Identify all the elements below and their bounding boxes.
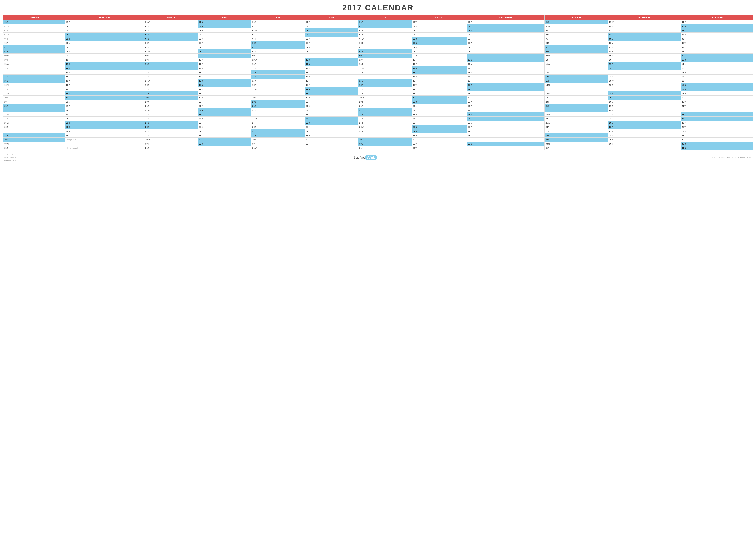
day-number: 28	[359, 134, 362, 137]
day-letter: W	[255, 89, 256, 90]
day-number: 22	[413, 109, 415, 112]
logo-text: Calen	[354, 155, 365, 160]
day-number: 16	[66, 84, 68, 86]
day-letter: S	[7, 51, 8, 53]
day-letter: T	[415, 139, 417, 141]
day-letter: S	[148, 34, 149, 36]
day-number: 05	[609, 38, 611, 40]
calendar-cell: 21 T	[608, 104, 681, 108]
calendar-cell: 21 T	[144, 104, 198, 108]
day-number: 03	[546, 29, 548, 32]
day-number: 14	[359, 76, 362, 78]
day-letter: T	[201, 63, 202, 65]
calendar-cell: 14 T	[144, 75, 198, 79]
calendar-cell: 28 S	[3, 134, 65, 138]
day-letter: T	[148, 55, 149, 57]
day-number: 26	[682, 126, 684, 128]
day-letter: T	[148, 84, 149, 86]
day-letter: T	[255, 34, 256, 36]
day-letter: F	[548, 42, 549, 44]
day-number: 15	[66, 80, 68, 82]
calendar-cell: 14 T	[681, 75, 753, 79]
day-letter: T	[684, 135, 686, 137]
day-number: 07	[199, 46, 201, 48]
day-number: 12	[546, 67, 548, 69]
calendar-cell: 01 T	[412, 20, 467, 24]
calendar-cell: 04 M	[467, 33, 545, 37]
day-number: 10	[413, 59, 415, 61]
day-letter: T	[68, 114, 70, 115]
day-letter: S	[684, 30, 686, 32]
day-letter: F	[470, 21, 472, 23]
day-number: 14	[4, 76, 7, 78]
calendar-cell: 25 W	[3, 121, 65, 125]
day-number: 06	[66, 42, 68, 44]
day-number: 23	[145, 114, 148, 116]
day-number: 10	[66, 59, 68, 61]
calendar-cell: 20 W	[467, 100, 545, 104]
day-letter: T	[470, 135, 472, 137]
day-number: 10	[145, 59, 148, 61]
calendar-row: 26 T26 S26 S26 W26 F26 M26 W26 S26 T26 T…	[3, 125, 753, 129]
day-number: 18	[199, 92, 201, 95]
day-letter: M	[684, 122, 686, 124]
day-letter: M	[255, 139, 256, 141]
day-letter: T	[611, 46, 613, 48]
day-letter: T	[7, 118, 8, 120]
day-letter: T	[308, 21, 310, 23]
calendar-cell: 18 M	[681, 91, 753, 96]
day-letter: S	[548, 109, 549, 111]
day-letter: M	[548, 25, 550, 27]
day-letter: S	[684, 25, 686, 27]
day-letter: T	[548, 147, 549, 149]
calendar-cell: 20 F	[3, 100, 65, 104]
day-letter: M	[684, 92, 686, 94]
calendar-cell: 09 T	[65, 54, 144, 58]
month-header-november: NOVEMBER	[608, 15, 681, 20]
calendar-cell: 31 F	[144, 146, 198, 150]
day-number: 19	[682, 97, 684, 99]
day-letter: S	[684, 89, 686, 90]
day-letter: S	[362, 143, 363, 145]
calendar-cell: 02 S	[467, 24, 545, 28]
day-letter: T	[308, 71, 310, 73]
day-number: 31	[546, 147, 548, 149]
day-letter: M	[7, 84, 9, 86]
calendar-cell: 12 W	[358, 66, 412, 70]
calendar-cell: 03 T	[3, 28, 65, 33]
day-letter: M	[470, 34, 472, 36]
day-number: 02	[546, 25, 548, 27]
day-number: 17	[609, 88, 611, 90]
day-letter: S	[684, 84, 686, 86]
day-number: 10	[4, 59, 7, 61]
day-number: 17	[66, 88, 68, 90]
day-number: 17	[199, 88, 201, 90]
calendar-cell: 25 T	[358, 121, 412, 125]
calendar-cell: 26 W	[198, 125, 251, 129]
day-letter: T	[201, 34, 202, 36]
day-letter: S	[201, 21, 202, 23]
day-number: 06	[252, 42, 255, 44]
calendar-cell: 22 S	[358, 108, 412, 113]
calendar-cell: 13 T	[358, 70, 412, 75]
day-number: 13	[682, 71, 684, 74]
day-letter: M	[148, 101, 149, 103]
day-letter: S	[470, 143, 472, 145]
calendar-cell: 23 F	[305, 113, 358, 116]
day-letter: S	[415, 97, 417, 99]
day-number: 22	[66, 109, 68, 112]
day-number: 14	[199, 76, 201, 78]
day-number: 06	[413, 42, 415, 44]
day-number: 24	[468, 117, 470, 120]
day-number: 02	[468, 25, 470, 27]
day-number: 02	[413, 25, 415, 27]
day-number: 30	[546, 143, 548, 145]
day-letter: T	[7, 38, 8, 40]
day-letter: T	[362, 130, 363, 132]
day-letter: F	[684, 21, 686, 23]
day-number: 15	[546, 80, 548, 82]
calendar-cell: 21 F	[198, 104, 251, 108]
day-number: 19	[359, 97, 362, 99]
day-letter: T	[548, 30, 549, 32]
day-number: 03	[199, 29, 201, 32]
